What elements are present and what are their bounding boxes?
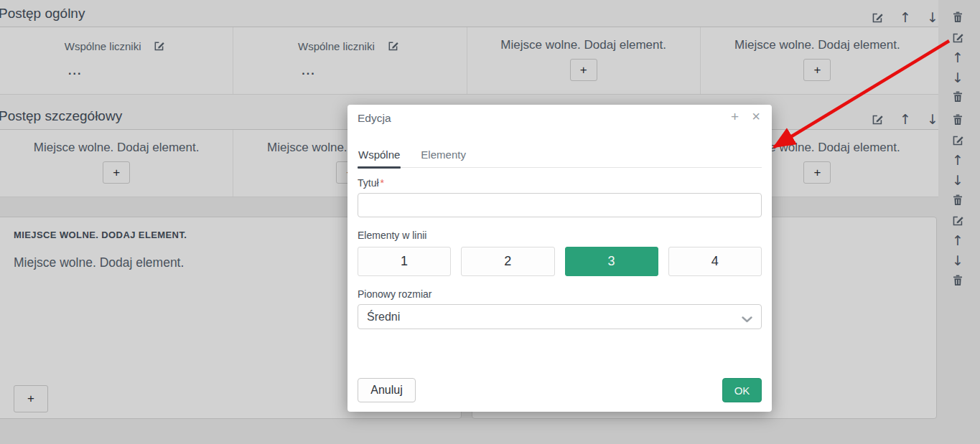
arrow-up-icon[interactable]: ↑	[949, 151, 966, 169]
edit-icon[interactable]	[869, 9, 886, 26]
grid-cell-counters-1: Wspólne liczniki ...	[0, 27, 233, 94]
arrow-down-icon[interactable]: ↓	[949, 252, 966, 269]
free-slot-label: Miejsce wolne. Dodaj element.	[500, 38, 666, 52]
section-overall-row: Wspólne liczniki ... Wspólne liczniki ..…	[0, 27, 938, 95]
dialog-tabs: Wspólne Elementy	[358, 145, 762, 168]
tab-elementy[interactable]: Elementy	[420, 145, 467, 167]
arrow-up-icon[interactable]: ↑	[897, 110, 914, 128]
arrow-up-icon[interactable]: ↑	[897, 9, 914, 26]
inline-count-options: 1 2 3 4	[358, 247, 762, 276]
arrow-up-icon[interactable]: ↑	[949, 232, 966, 249]
grid-cell-free: Miejsce wolne. Dodaj element. +	[701, 27, 934, 94]
cell-title: Wspólne liczniki	[65, 37, 169, 55]
arrow-down-icon[interactable]: ↓	[949, 69, 966, 86]
add-element-button[interactable]: +	[570, 59, 597, 81]
arrow-down-icon[interactable]: ↓	[924, 110, 941, 128]
cell-title-label: Wspólne liczniki	[298, 40, 375, 52]
trash-icon[interactable]	[949, 272, 966, 289]
add-element-button[interactable]: +	[803, 59, 831, 81]
section-title: Postęp ogólny	[0, 6, 85, 22]
required-mark: *	[381, 177, 384, 189]
edit-icon[interactable]	[151, 37, 168, 55]
inline-count-option-2[interactable]: 2	[461, 247, 554, 276]
add-element-button[interactable]: +	[103, 161, 130, 184]
inline-count-option-3-selected[interactable]: 3	[565, 247, 658, 276]
free-slot-label: Miejsce wolne. Dodaj element.	[34, 141, 200, 155]
edit-icon[interactable]	[949, 212, 966, 229]
dialog-footer: Anuluj OK	[358, 378, 762, 402]
arrow-down-icon[interactable]: ↓	[924, 9, 941, 26]
dialog-body: Tytuł* Elementy w linii 1 2 3 4 Pionowy …	[347, 168, 772, 329]
vertical-size-select[interactable]: Średni	[358, 304, 762, 329]
free-slot-label: Miejsce wolne. Dodaj element.	[734, 38, 900, 52]
edit-icon[interactable]	[949, 29, 966, 46]
edit-icon[interactable]	[949, 131, 966, 148]
arrow-down-icon[interactable]: ↓	[949, 171, 966, 189]
grid-cell-free: Miejsce wolne. Dodaj element. +	[467, 27, 701, 94]
cell-title: Wspólne liczniki	[298, 37, 402, 55]
free-slot-label: Miejsce wolne. Dodaj element.	[14, 255, 184, 270]
ok-button[interactable]: OK	[722, 378, 762, 402]
dialog-expand-icon[interactable]: +	[731, 109, 739, 125]
title-input[interactable]	[358, 193, 762, 217]
section-title: Postęp szczegółowy	[0, 108, 122, 124]
dialog-title: Edycja	[358, 112, 391, 125]
edit-icon[interactable]	[869, 110, 886, 128]
vertical-size-value: Średni	[367, 311, 400, 323]
arrow-up-icon[interactable]: ↑	[949, 49, 966, 66]
free-slot-heading: MIEJSCE WOLNE. DODAJ ELEMENT.	[14, 230, 187, 240]
grid-cell-free: Miejsce wolne. Dodaj element. +	[0, 130, 233, 197]
section-header-overall: Postęp ogólny	[0, 0, 938, 27]
cancel-button[interactable]: Anuluj	[358, 378, 416, 402]
add-element-button[interactable]: +	[14, 385, 48, 412]
trash-icon[interactable]	[949, 111, 966, 128]
chevron-down-icon	[742, 313, 752, 326]
close-icon[interactable]: ×	[752, 108, 760, 125]
title-field-label: Tytuł*	[358, 177, 762, 189]
inline-count-option-4[interactable]: 4	[668, 247, 762, 276]
trash-icon[interactable]	[949, 9, 966, 26]
add-element-button[interactable]: +	[803, 161, 831, 184]
cell-title-label: Wspólne liczniki	[65, 40, 141, 52]
trash-icon[interactable]	[949, 192, 966, 209]
grid-cell-counters-2: Wspólne liczniki ...	[233, 27, 467, 94]
vertical-size-label: Pionowy rozmiar	[358, 288, 762, 300]
cell-ellipsis[interactable]: ...	[302, 65, 315, 77]
dialog-header: Edycja + ×	[347, 105, 772, 133]
trash-icon[interactable]	[949, 88, 966, 105]
tab-wspolne[interactable]: Wspólne	[358, 145, 401, 167]
inline-count-label: Elementy w linii	[358, 230, 762, 241]
edit-icon[interactable]	[385, 37, 402, 55]
inline-count-option-1[interactable]: 1	[358, 247, 451, 276]
edit-dialog: Edycja + × Wspólne Elementy Tytuł* Eleme…	[347, 105, 772, 412]
cell-ellipsis[interactable]: ...	[68, 65, 82, 77]
